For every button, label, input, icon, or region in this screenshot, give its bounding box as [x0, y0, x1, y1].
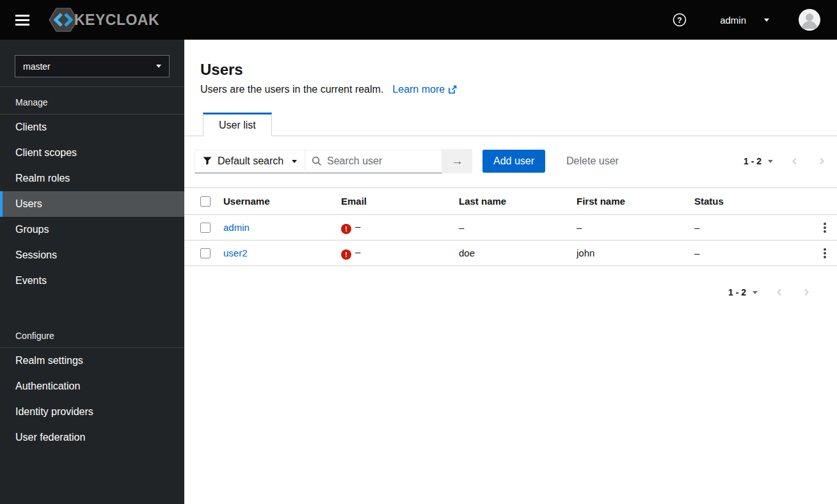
table-row: admin !– – – – — [184, 215, 837, 240]
users-table: Username Email Last name First name Stat… — [184, 187, 837, 266]
person-icon — [799, 9, 820, 31]
avatar — [799, 9, 820, 31]
brand-text: KEYCLOAK — [74, 12, 159, 29]
search-box — [305, 150, 442, 173]
email-value: – — [355, 221, 360, 232]
chevron-down-icon — [768, 160, 773, 163]
external-link-icon — [448, 85, 457, 94]
page-title: Users — [200, 61, 822, 79]
sidebar-item-clients[interactable]: Clients — [0, 114, 184, 140]
pagination-range: 1 - 2 — [744, 156, 761, 166]
tab-bar: User list — [184, 113, 837, 136]
main-content: Users Users are the users in the current… — [184, 40, 837, 504]
nav-section-label: Manage — [0, 87, 184, 114]
pagination-next-button[interactable] — [801, 287, 811, 297]
delete-user-button[interactable]: Delete user — [566, 155, 619, 167]
filter-icon — [203, 157, 212, 166]
nav-section-manage: Manage Clients Client scopes Realm roles… — [0, 87, 184, 294]
page-header: Users Users are the users in the current… — [184, 40, 837, 95]
chevron-down-icon — [764, 19, 769, 22]
page-description: Users are the users in the current realm… — [200, 84, 822, 95]
pagination-prev-button[interactable] — [774, 287, 785, 297]
pagination-prev-button[interactable] — [790, 156, 800, 166]
sidebar-item-groups[interactable]: Groups — [0, 217, 184, 242]
svg-text:?: ? — [677, 16, 682, 25]
chevron-right-icon — [801, 287, 811, 297]
realm-selector[interactable]: master — [15, 55, 170, 77]
username-link[interactable]: user2 — [223, 248, 248, 258]
add-user-button[interactable]: Add user — [482, 150, 545, 173]
masthead: KEYCLOAK ? admin — [0, 0, 837, 40]
search-type-dropdown[interactable]: Default search — [195, 150, 305, 173]
last-name-value: – — [459, 215, 577, 240]
chevron-down-icon — [753, 291, 758, 294]
column-header-first-name: First name — [577, 188, 694, 215]
realm-selector-value: master — [23, 61, 51, 72]
chevron-down-icon — [156, 65, 161, 68]
sidebar: master Manage Clients Client scopes Real… — [0, 40, 184, 504]
row-actions-kebab-icon[interactable] — [818, 219, 831, 237]
chevron-down-icon — [292, 160, 297, 163]
sidebar-item-realm-roles[interactable]: Realm roles — [0, 166, 184, 191]
pagination-bottom: 1 - 2 — [728, 287, 811, 297]
tab-spacer — [184, 113, 203, 136]
pagination-next-button[interactable] — [817, 156, 827, 166]
email-warning-icon: ! — [341, 224, 351, 234]
search-type-label: Default search — [218, 155, 283, 167]
table-header-row: Username Email Last name First name Stat… — [184, 188, 837, 215]
pagination-menu-toggle[interactable] — [768, 160, 773, 163]
keycloak-logo: KEYCLOAK — [49, 7, 159, 33]
column-header-username: Username — [223, 188, 341, 215]
user-menu-label: admin — [720, 15, 746, 26]
sidebar-item-events[interactable]: Events — [0, 268, 184, 294]
first-name-value: – — [577, 215, 694, 240]
hamburger-menu-icon[interactable] — [15, 12, 29, 28]
chevron-left-icon — [790, 156, 800, 166]
email-warning-icon: ! — [341, 249, 351, 260]
chevron-left-icon — [774, 287, 785, 297]
email-value: – — [355, 246, 360, 257]
pagination-range: 1 - 2 — [728, 287, 746, 297]
learn-more-label: Learn more — [392, 84, 445, 95]
question-circle-icon: ? — [673, 13, 687, 27]
username-link[interactable]: admin — [223, 222, 250, 233]
row-actions-kebab-icon[interactable] — [818, 244, 831, 262]
sidebar-item-authentication[interactable]: Authentication — [0, 374, 184, 399]
learn-more-link[interactable]: Learn more — [392, 84, 457, 95]
nav-section-configure: Configure Realm settings Authentication … — [0, 320, 184, 450]
sidebar-item-user-federation[interactable]: User federation — [0, 425, 184, 450]
sidebar-item-users[interactable]: Users — [0, 191, 184, 217]
sidebar-item-sessions[interactable]: Sessions — [0, 242, 184, 268]
tab-user-list[interactable]: User list — [203, 113, 272, 136]
help-button[interactable]: ? — [673, 13, 687, 27]
sidebar-item-client-scopes[interactable]: Client scopes — [0, 140, 184, 166]
status-value: – — [694, 240, 812, 266]
search-icon — [312, 156, 322, 166]
column-header-status: Status — [694, 188, 812, 215]
status-value: – — [694, 215, 812, 240]
pagination-top: 1 - 2 — [744, 156, 827, 166]
search-input[interactable] — [327, 155, 429, 167]
chevron-right-icon — [817, 156, 827, 166]
pagination-menu-toggle[interactable] — [753, 291, 758, 294]
toolbar: Default search → Add user Delete user 1 … — [184, 136, 837, 187]
sidebar-item-identity-providers[interactable]: Identity providers — [0, 399, 184, 425]
first-name-value: john — [577, 240, 694, 266]
table-row: user2 !– doe john – — [184, 240, 837, 266]
column-header-last-name: Last name — [459, 188, 577, 215]
nav-section-label: Configure — [0, 320, 184, 348]
row-checkbox[interactable] — [200, 248, 211, 258]
user-menu-dropdown[interactable]: admin — [720, 15, 769, 26]
select-all-checkbox[interactable] — [200, 196, 211, 207]
column-header-email: Email — [341, 188, 459, 215]
search-submit-button[interactable]: → — [442, 149, 472, 173]
row-checkbox[interactable] — [200, 223, 211, 233]
last-name-value: doe — [459, 240, 577, 266]
sidebar-item-realm-settings[interactable]: Realm settings — [0, 348, 184, 374]
page-description-text: Users are the users in the current realm… — [200, 84, 383, 95]
